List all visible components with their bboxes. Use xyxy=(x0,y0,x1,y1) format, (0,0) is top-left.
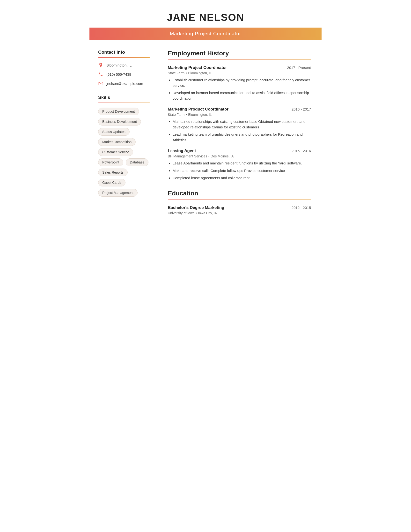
skills-section-title: Skills xyxy=(98,95,150,100)
job-0-title: Marketing Project Coordinator xyxy=(168,65,227,70)
skill-tag-9: Project Management xyxy=(98,189,138,197)
job-1-title: Marketing Product Coordinator xyxy=(168,107,228,112)
location-text: Bloomington, IL xyxy=(106,63,131,67)
job-0-bullet-1: Developed an intranet based communicatio… xyxy=(173,90,311,101)
job-0-dates: 2017 - Present xyxy=(287,66,311,70)
employment-section: Employment History Marketing Project Coo… xyxy=(168,50,311,181)
skill-tag-7: Sales Reports xyxy=(98,169,128,176)
education-0-dates: 2012 - 2015 xyxy=(291,206,311,210)
job-2-bullet-2: Completed lease agreements and collected… xyxy=(173,175,311,181)
employment-divider xyxy=(168,59,311,60)
job-2-dates: 2015 - 2016 xyxy=(291,149,311,153)
education-section-title: Education xyxy=(168,190,311,197)
skill-tag-0: Product Development xyxy=(98,108,139,115)
job-1-bullets: Maintained relationships with existing c… xyxy=(173,119,311,143)
skill-tag-1: Business Development xyxy=(98,118,141,125)
candidate-name: JANE NELSON xyxy=(89,12,322,23)
title-bar: Marketing Project Coordinator xyxy=(89,28,322,40)
email-icon xyxy=(98,81,103,86)
job-2-company: BH Management Services•Des Moines, IA xyxy=(168,154,311,158)
job-0-bullets: Establish customer relationships by prov… xyxy=(173,77,311,101)
resume-page: JANE NELSON Marketing Project Coordinato… xyxy=(89,0,322,532)
contact-section: Contact Info Bloomington, IL xyxy=(98,50,150,86)
phone-text: (510) 555-7438 xyxy=(106,72,131,76)
education-section: Education Bachelor's Degree Marketing 20… xyxy=(168,190,311,215)
job-0: Marketing Project Coordinator 2017 - Pre… xyxy=(168,65,311,101)
education-entry-0: Bachelor's Degree Marketing 2012 - 2015 … xyxy=(168,205,311,215)
job-1-header: Marketing Product Coordinator 2016 - 201… xyxy=(168,107,311,112)
job-2: Leasing Agent 2015 - 2016 BH Management … xyxy=(168,149,311,181)
main-content: Employment History Marketing Project Coo… xyxy=(157,40,322,227)
contact-section-title: Contact Info xyxy=(98,50,150,55)
job-1: Marketing Product Coordinator 2016 - 201… xyxy=(168,107,311,143)
job-0-header: Marketing Project Coordinator 2017 - Pre… xyxy=(168,65,311,70)
skill-tag-5: Powerpoint xyxy=(98,158,123,166)
employment-section-title: Employment History xyxy=(168,50,311,57)
contact-email: jnelson@example.com xyxy=(98,81,150,86)
contact-location: Bloomington, IL xyxy=(98,62,150,68)
skills-section: Skills Product Development Business Deve… xyxy=(98,95,150,199)
job-1-company: State Farm•Bloomington, IL xyxy=(168,113,311,116)
job-0-company: State Farm•Bloomington, IL xyxy=(168,71,311,75)
job-2-bullets: Lease Apartments and maintain resident f… xyxy=(173,161,311,181)
sidebar: Contact Info Bloomington, IL xyxy=(89,40,157,227)
skill-tag-4: Customer Service xyxy=(98,148,133,156)
phone-icon xyxy=(98,72,103,77)
job-title: Marketing Project Coordinator xyxy=(170,31,241,36)
education-0-degree: Bachelor's Degree Marketing xyxy=(168,205,224,210)
skill-tag-3: Market Competition xyxy=(98,138,136,146)
skill-tag-8: Guest Cards xyxy=(98,179,125,186)
education-0-school: University of Iowa•Iowa City, IA xyxy=(168,211,311,215)
job-2-bullet-0: Lease Apartments and maintain resident f… xyxy=(173,161,311,166)
skill-tag-2: Status Updates xyxy=(98,128,130,136)
job-1-bullet-1: Lead marketing team of graphic designers… xyxy=(173,132,311,143)
email-text: jnelson@example.com xyxy=(106,82,143,86)
job-2-bullet-1: Make and receive calls Complete follow u… xyxy=(173,168,311,174)
education-0-header: Bachelor's Degree Marketing 2012 - 2015 xyxy=(168,205,311,210)
job-2-title: Leasing Agent xyxy=(168,149,196,153)
job-0-bullet-0: Establish customer relationships by prov… xyxy=(173,77,311,88)
content-area: Contact Info Bloomington, IL xyxy=(89,40,322,227)
skill-tag-6: Database xyxy=(126,158,149,166)
header: JANE NELSON Marketing Project Coordinato… xyxy=(89,0,322,40)
contact-phone: (510) 555-7438 xyxy=(98,72,150,77)
skills-tags: Product Development Business Development… xyxy=(98,108,150,199)
job-1-bullet-0: Maintained relationships with existing c… xyxy=(173,119,311,130)
location-icon xyxy=(98,62,103,68)
education-divider xyxy=(168,200,311,200)
contact-divider xyxy=(98,57,150,58)
skills-divider xyxy=(98,103,150,103)
job-2-header: Leasing Agent 2015 - 2016 xyxy=(168,149,311,153)
job-1-dates: 2016 - 2017 xyxy=(291,107,311,111)
